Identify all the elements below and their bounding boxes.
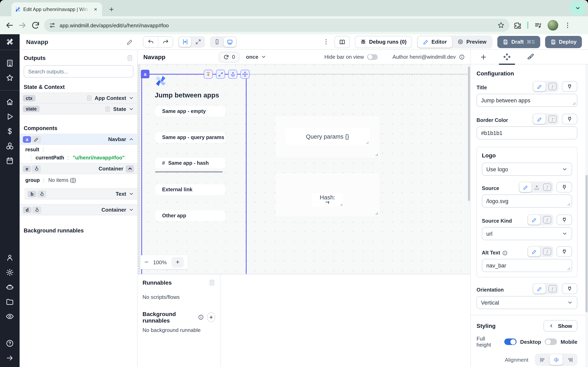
ctx-chevron-down-icon[interactable] xyxy=(129,95,134,101)
full-height-desktop-toggle[interactable] xyxy=(504,338,517,345)
sidebar-item-audit-logs[interactable] xyxy=(6,312,14,320)
selected-component-tag[interactable]: a xyxy=(141,70,149,78)
container-d-chevron-down-icon[interactable] xyxy=(129,207,134,212)
nav-item-same-app-empty[interactable]: Same app - empty xyxy=(155,106,225,117)
sidebar-item-help[interactable] xyxy=(6,339,14,347)
run-mode-select[interactable]: once xyxy=(246,54,266,60)
source-connect-button[interactable] xyxy=(557,182,572,192)
function-mode-button[interactable]: ƒ xyxy=(548,285,557,292)
border-connect-button[interactable] xyxy=(562,114,577,124)
site-settings-icon[interactable] xyxy=(49,22,56,29)
search-outputs-input[interactable] xyxy=(24,65,134,77)
move-component-button[interactable] xyxy=(241,70,250,79)
component-selection-border-right[interactable] xyxy=(246,74,247,274)
resize-corner-icon[interactable] xyxy=(374,211,378,215)
background-info-icon[interactable] xyxy=(198,314,204,320)
state-chevron-down-icon[interactable] xyxy=(129,106,134,111)
align-center-button[interactable] xyxy=(550,354,563,365)
full-height-mobile-toggle[interactable] xyxy=(545,338,557,345)
sidebar-item-users[interactable] xyxy=(6,254,14,262)
tab-component-settings[interactable] xyxy=(503,50,511,64)
function-mode-button[interactable]: ƒ xyxy=(543,216,551,224)
tab-insert-component[interactable] xyxy=(480,50,487,64)
title-connect-button[interactable] xyxy=(562,81,577,92)
nav-item-external-link[interactable]: External link xyxy=(155,184,225,195)
more-options-icon[interactable] xyxy=(323,38,329,45)
profile-avatar[interactable] xyxy=(548,20,558,31)
extensions-icon[interactable] xyxy=(514,21,521,29)
add-background-runnable-button[interactable] xyxy=(207,312,215,322)
navbar-chevron-up-icon[interactable] xyxy=(129,137,134,142)
browser-menu-icon[interactable] xyxy=(564,22,571,29)
component-row-navbar[interactable]: a Navbar xyxy=(20,134,137,145)
media-controls-icon[interactable] xyxy=(534,21,542,29)
mobile-view-button[interactable] xyxy=(211,37,223,47)
deploy-button[interactable]: Deploy xyxy=(545,36,582,48)
tab-search-button[interactable] xyxy=(571,2,585,15)
textarea-resize-icon[interactable] xyxy=(567,267,571,270)
nav-item-same-app-hash[interactable]: # Same app - hash xyxy=(155,158,225,168)
outputs-doc-icon[interactable] xyxy=(127,55,133,61)
function-mode-button[interactable]: ƒ xyxy=(543,184,551,191)
nav-item-other-app[interactable]: Other app xyxy=(155,210,225,221)
windmill-logo[interactable] xyxy=(0,34,20,50)
rename-app-icon[interactable] xyxy=(127,39,133,45)
alt-text-info-icon[interactable] xyxy=(502,250,508,256)
sidebar-collapse-icon[interactable] xyxy=(6,354,14,362)
anchor-component-button[interactable] xyxy=(228,70,237,79)
preview-tab[interactable]: Preview xyxy=(452,36,492,48)
container-e-chevron-up-icon[interactable] xyxy=(126,165,134,172)
source-kind-select[interactable]: url xyxy=(482,227,572,240)
styling-show-button[interactable]: Show xyxy=(544,320,577,332)
text-b-chevron-down-icon[interactable] xyxy=(129,191,134,197)
container-d-pointer-icon[interactable] xyxy=(32,206,41,213)
runnables-doc-icon[interactable] xyxy=(209,279,215,286)
pencil-mode-button[interactable] xyxy=(533,284,545,294)
new-tab-button[interactable] xyxy=(106,4,117,15)
author-info-icon[interactable] xyxy=(459,54,465,60)
hash-container[interactable]: Hash: "f xyxy=(276,173,379,216)
address-bar[interactable]: app.windmill.dev/apps/edit/u/henri/navap… xyxy=(44,19,510,32)
sidebar-item-favorites[interactable] xyxy=(6,74,14,82)
function-mode-button[interactable]: ƒ xyxy=(548,115,557,123)
zoom-out-button[interactable]: − xyxy=(145,259,148,266)
tab-styling[interactable] xyxy=(527,50,534,64)
pencil-mode-button[interactable] xyxy=(533,82,545,91)
pencil-mode-button[interactable] xyxy=(533,114,545,124)
function-mode-button[interactable]: ƒ xyxy=(543,248,551,255)
full-width-layout-button[interactable] xyxy=(192,37,204,47)
function-mode-button[interactable]: ƒ xyxy=(548,83,557,90)
sidebar-item-schedules[interactable] xyxy=(6,157,14,165)
editor-tab[interactable]: Editor xyxy=(417,36,452,48)
forward-icon[interactable] xyxy=(18,21,27,30)
query-params-text-component[interactable]: Query params {} xyxy=(285,128,370,145)
sidebar-item-settings[interactable] xyxy=(6,268,14,276)
centered-layout-button[interactable] xyxy=(179,37,191,47)
sidebar-item-folders[interactable] xyxy=(6,298,14,306)
sidebar-item-runs[interactable] xyxy=(6,113,14,121)
alt-text-connect-button[interactable] xyxy=(557,246,572,257)
navbar-current-path[interactable]: currentPath: "u/henri/navapp#foo" xyxy=(31,155,137,161)
alt-text-input[interactable]: nav_bar xyxy=(482,259,572,272)
browser-tab[interactable]: Edit App u/henri/navapp | Win xyxy=(11,2,102,16)
tab-close-icon[interactable] xyxy=(92,6,99,13)
sidebar-item-home[interactable] xyxy=(6,98,14,106)
fullscreen-component-button[interactable] xyxy=(216,70,225,79)
debug-runs-button[interactable]: Debug runs (0) xyxy=(355,36,412,48)
hide-bar-toggle[interactable] xyxy=(367,54,378,60)
textarea-resize-icon[interactable] xyxy=(567,203,571,206)
source-kind-connect-button[interactable] xyxy=(557,215,572,225)
component-row-text-b[interactable]: b Text xyxy=(25,188,137,200)
resize-corner-icon[interactable] xyxy=(339,203,343,206)
sidebar-item-variables[interactable] xyxy=(6,127,14,135)
container-e-pointer-icon[interactable] xyxy=(32,165,41,172)
undo-button[interactable] xyxy=(143,36,158,47)
bookmark-star-icon[interactable] xyxy=(497,22,505,29)
sidebar-item-resources[interactable] xyxy=(6,142,14,150)
draft-button[interactable]: Draft ⌘S xyxy=(498,36,540,48)
canvas-scrollbar[interactable] xyxy=(468,67,470,201)
logo-select[interactable]: Use logo xyxy=(482,163,572,176)
canvas-grid[interactable]: a Jump between apps Same app - empty Sam… xyxy=(138,64,470,274)
refresh-button[interactable]: 0 xyxy=(219,52,239,62)
source-input[interactable]: /logo.svg xyxy=(482,194,572,208)
